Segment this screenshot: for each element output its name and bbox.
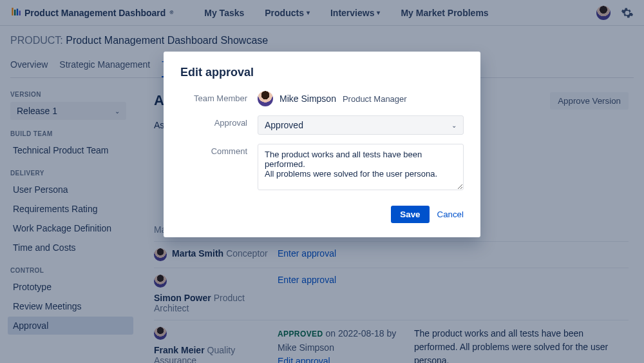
modal-member-role: Product Manager	[343, 94, 407, 104]
approval-select[interactable]: Approved ⌄	[258, 115, 464, 135]
label-comment: Comment	[180, 144, 258, 190]
avatar-icon	[258, 91, 273, 106]
modal-member-name: Mike Simpson	[279, 93, 336, 104]
save-button[interactable]: Save	[391, 206, 429, 223]
label-approval: Approval	[180, 115, 258, 135]
edit-approval-modal: Edit approval Team Member Mike Simpson P…	[164, 52, 480, 237]
approval-select-value: Approved	[265, 120, 303, 130]
chevron-down-icon: ⌄	[451, 122, 457, 129]
cancel-button[interactable]: Cancel	[437, 206, 464, 223]
modal-overlay[interactable]: Edit approval Team Member Mike Simpson P…	[0, 0, 644, 363]
label-team-member: Team Member	[180, 91, 258, 106]
comment-textarea[interactable]	[258, 144, 464, 190]
modal-title: Edit approval	[180, 66, 464, 79]
